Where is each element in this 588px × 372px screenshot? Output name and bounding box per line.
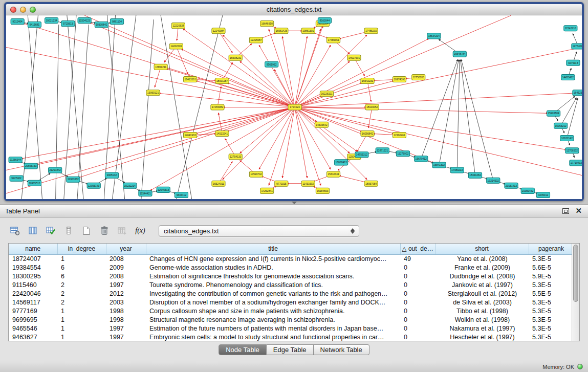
graph-edge[interactable] — [439, 60, 459, 165]
close-panel-icon[interactable]: ✕ — [575, 207, 582, 214]
graph-edge[interactable] — [21, 107, 295, 159]
graph-node[interactable]: 18957984 — [364, 181, 378, 186]
graph-node[interactable]: 20605163 — [24, 163, 37, 169]
graph-edge[interactable] — [295, 107, 567, 150]
graph-node[interactable]: 16068413 — [335, 160, 348, 165]
graph-node[interactable]: 10232214 — [123, 183, 137, 188]
table-row[interactable]: 2242004622012Investigating the contribut… — [9, 289, 572, 298]
graph-node[interactable]: 14755312 — [355, 152, 368, 158]
graph-node[interactable]: 17851211 — [154, 64, 167, 70]
import-table-button[interactable] — [116, 224, 129, 237]
graph-node[interactable]: 12646513 — [157, 187, 170, 192]
table-cell[interactable]: Corpus callosum shape and size in male p… — [146, 307, 400, 315]
table-cell[interactable]: 2012 — [106, 289, 146, 298]
delete-table-button[interactable] — [98, 224, 111, 237]
graph-edge[interactable] — [269, 29, 295, 107]
table-cell[interactable]: Investigating the contribution of common… — [146, 289, 400, 298]
graph-node[interactable]: 17284082 — [211, 104, 224, 110]
graph-edge[interactable] — [36, 107, 295, 165]
graph-edge[interactable] — [295, 61, 350, 107]
graph-node[interactable]: 17710433 — [570, 160, 582, 166]
tab-edge-table[interactable]: Edge Table — [267, 344, 314, 355]
graph-node[interactable]: 15184503 — [316, 188, 329, 193]
table-cell[interactable]: 2008 — [106, 254, 146, 263]
graph-edge[interactable] — [219, 31, 232, 53]
zoom-window-icon[interactable] — [30, 7, 36, 13]
graph-edge[interactable] — [295, 81, 394, 107]
table-cell[interactable]: 0 — [400, 315, 435, 324]
graph-node[interactable]: 16648784 — [453, 51, 466, 57]
graph-edge[interactable] — [217, 86, 221, 107]
graph-node[interactable]: 9275113 — [567, 60, 580, 65]
graph-node[interactable]: 17485202 — [364, 28, 378, 34]
graph-node[interactable]: 11542210 — [564, 26, 577, 31]
table-cell[interactable]: 2 — [57, 289, 106, 298]
table-cell[interactable]: 9465546 — [9, 324, 57, 333]
table-cell[interactable]: 9699695 — [9, 315, 57, 324]
graph-node[interactable]: 12905143 — [87, 183, 100, 188]
graph-node[interactable]: 9245012 — [536, 192, 550, 198]
table-cell[interactable]: 2 — [57, 298, 106, 307]
graph-node[interactable]: 17983213 — [450, 167, 464, 173]
table-cell[interactable]: 18300295 — [9, 272, 57, 280]
window-titlebar[interactable]: citations_edges.txt — [6, 4, 582, 15]
graph-node[interactable]: 14513241 — [215, 130, 229, 136]
table-cell[interactable]: Structural magnetic resonance image aver… — [146, 315, 400, 324]
graph-node[interactable]: 1724024 — [288, 104, 301, 110]
table-cell[interactable]: 0 — [400, 324, 435, 333]
graph-node[interactable]: 18103052 — [365, 104, 379, 110]
graph-node[interactable]: 12871221 — [376, 148, 389, 154]
graph-node[interactable]: 10021234 — [45, 18, 58, 24]
graph-edge[interactable] — [295, 107, 548, 114]
table-cell[interactable]: Tibbo et al. (1998) — [435, 307, 529, 315]
graph-node[interactable]: 14453412 — [561, 74, 575, 80]
table-cell[interactable]: Wolkin et al. (1998) — [435, 315, 529, 324]
column-header-in_degree[interactable]: in_degree — [57, 244, 106, 254]
table-cell[interactable]: 1997 — [106, 333, 146, 341]
minimize-window-icon[interactable] — [20, 7, 26, 13]
graph-edge[interactable] — [159, 93, 295, 107]
table-cell[interactable]: 2009 — [106, 263, 146, 272]
graph-edge[interactable] — [461, 60, 475, 176]
table-cell[interactable]: 5.3E-5 — [529, 298, 572, 307]
table-cell[interactable]: Yano et al. (2008) — [435, 254, 529, 263]
graph-node[interactable]: 9561962 — [265, 61, 278, 67]
tab-node-table[interactable]: Node Table — [219, 344, 267, 355]
table-cell[interactable]: 5.5E-5 — [529, 289, 572, 298]
column-header-pagerank[interactable]: pagerank — [529, 244, 572, 254]
table-cell[interactable]: 1 — [57, 324, 106, 333]
table-cell[interactable]: 0 — [400, 307, 435, 315]
table-cell[interactable]: 6 — [57, 263, 106, 272]
table-cell[interactable]: 5.3E-5 — [529, 254, 572, 263]
table-row[interactable]: 1872400712008Changes of HCN gene express… — [9, 254, 572, 263]
network-graph[interactable]: 1724024181030521605684212504291153423411… — [6, 15, 582, 199]
network-canvas[interactable]: 1724024181030521605684212504291153423411… — [6, 15, 582, 199]
graph-node[interactable]: 21082442 — [521, 188, 534, 193]
graph-node[interactable]: 9725613 — [61, 21, 75, 27]
graph-node[interactable]: 19734093 — [572, 43, 582, 49]
graph-edge[interactable] — [368, 107, 372, 128]
graph-edge[interactable] — [195, 81, 295, 107]
table-cell[interactable]: Nakamura et al. (1997) — [435, 324, 529, 333]
graph-node[interactable]: 11903332 — [67, 177, 80, 182]
graph-node[interactable]: 11544421 — [139, 190, 152, 196]
table-cell[interactable]: 1 — [57, 254, 106, 263]
table-row[interactable]: 946362711997Embryonic stem cells: a mode… — [9, 333, 572, 341]
table-cell[interactable]: Hescheler et al. (1997) — [435, 333, 529, 341]
graph-node[interactable]: 17485361 — [326, 37, 340, 43]
graph-node[interactable]: 15608231 — [229, 55, 242, 60]
table-cell[interactable]: 0 — [400, 272, 435, 280]
graph-node[interactable]: 16524011 — [212, 181, 225, 186]
graph-node[interactable]: 17252841 — [260, 188, 274, 193]
graph-node[interactable]: 16063212 — [554, 123, 568, 128]
graph-node[interactable]: 12220638 — [171, 23, 185, 29]
graph-edge[interactable] — [274, 70, 295, 107]
table-cell[interactable]: 1 — [57, 315, 106, 324]
graph-edge[interactable] — [269, 107, 295, 186]
graph-edge[interactable] — [567, 98, 578, 138]
graph-node[interactable]: 20161413 — [505, 183, 518, 188]
graph-edge[interactable] — [240, 61, 295, 107]
graph-node[interactable]: 14515542 — [315, 122, 328, 127]
table-cell[interactable]: 5.9E-5 — [529, 272, 572, 280]
graph-node[interactable]: 16646950 — [260, 21, 274, 27]
